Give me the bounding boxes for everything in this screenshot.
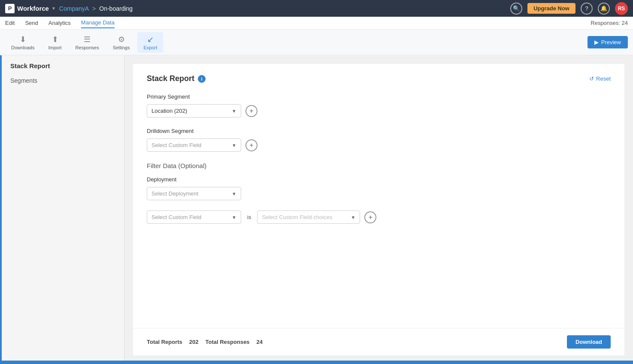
footer-bar: Total Reports 202 Total Responses 24 Dow… bbox=[133, 328, 624, 355]
nav-link-send[interactable]: Send bbox=[25, 18, 38, 28]
drilldown-segment-select[interactable]: Select Custom Field ▼ bbox=[147, 138, 241, 152]
deployment-row: Select Deployment ▼ bbox=[147, 187, 611, 200]
nav-link-manage-data[interactable]: Manage Data bbox=[81, 18, 115, 28]
top-bar-right: 🔍 Upgrade Now ? 🔔 RS bbox=[510, 2, 628, 15]
primary-segment-value: Location (202) bbox=[151, 108, 187, 114]
help-icon[interactable]: ? bbox=[581, 3, 593, 15]
total-responses-value: 24 bbox=[257, 339, 263, 345]
avatar[interactable]: RS bbox=[615, 2, 628, 15]
secondary-nav: Edit Send Analytics Manage Data Response… bbox=[0, 17, 633, 30]
preview-button[interactable]: ▶ Preview bbox=[588, 36, 628, 48]
info-icon[interactable]: i bbox=[198, 75, 206, 83]
export-icon: ↙ bbox=[147, 35, 154, 44]
deployment-placeholder: Select Deployment bbox=[151, 190, 198, 197]
download-button[interactable]: Download bbox=[567, 335, 611, 349]
import-icon: ⬆ bbox=[52, 35, 58, 44]
primary-segment-arrow: ▼ bbox=[232, 108, 236, 114]
custom-field-select[interactable]: Select Custom Field ▼ bbox=[147, 211, 241, 224]
preview-label: Preview bbox=[601, 39, 621, 45]
filter-section: Filter Data (Optional) Deployment Select… bbox=[147, 162, 611, 224]
notifications-icon[interactable]: 🔔 bbox=[598, 3, 610, 15]
responses-count: Responses: 24 bbox=[591, 20, 628, 26]
report-header: Stack Report i ↺ Reset bbox=[147, 74, 611, 83]
downloads-icon: ⬇ bbox=[20, 35, 26, 44]
breadcrumb: CompanyA > On-boarding bbox=[59, 5, 133, 12]
upgrade-button[interactable]: Upgrade Now bbox=[527, 3, 575, 14]
deployment-section: Deployment Select Deployment ▼ bbox=[147, 176, 611, 200]
deployment-select[interactable]: Select Deployment ▼ bbox=[147, 187, 241, 200]
secondary-nav-links: Edit Send Analytics Manage Data bbox=[5, 18, 115, 28]
preview-icon: ▶ bbox=[594, 39, 599, 45]
app-logo[interactable]: P Workforce ▼ bbox=[5, 4, 56, 13]
reset-icon: ↺ bbox=[589, 75, 594, 82]
toolbar: ⬇ Downloads ⬆ Import ☰ Responses ⚙ Setti… bbox=[0, 30, 633, 55]
toolbar-items: ⬇ Downloads ⬆ Import ☰ Responses ⚙ Setti… bbox=[5, 32, 163, 53]
settings-icon: ⚙ bbox=[118, 35, 125, 44]
total-responses-label: Total Responses bbox=[206, 339, 250, 345]
bottom-bar bbox=[0, 361, 633, 364]
report-title-text: Stack Report bbox=[147, 74, 194, 83]
drilldown-segment-placeholder: Select Custom Field bbox=[151, 142, 201, 148]
footer-stats: Total Reports 202 Total Responses 24 bbox=[147, 339, 263, 345]
top-bar-left: P Workforce ▼ CompanyA > On-boarding bbox=[5, 4, 133, 13]
primary-segment-label: Primary Segment bbox=[147, 93, 611, 100]
toolbar-settings-label: Settings bbox=[113, 45, 130, 50]
breadcrumb-separator: > bbox=[92, 5, 96, 12]
sidebar-item-segments[interactable]: Segments bbox=[0, 74, 124, 87]
top-bar: P Workforce ▼ CompanyA > On-boarding 🔍 U… bbox=[0, 0, 633, 17]
breadcrumb-page: On-boarding bbox=[99, 5, 133, 12]
reset-button[interactable]: ↺ Reset bbox=[589, 75, 611, 82]
primary-segment-add[interactable]: + bbox=[245, 105, 257, 117]
nav-link-edit[interactable]: Edit bbox=[5, 18, 15, 28]
toolbar-responses-label: Responses bbox=[76, 45, 99, 50]
nav-link-analytics[interactable]: Analytics bbox=[48, 18, 71, 28]
toolbar-responses[interactable]: ☰ Responses bbox=[70, 32, 105, 53]
primary-segment-section: Primary Segment Location (202) ▼ + bbox=[147, 93, 611, 117]
deployment-arrow: ▼ bbox=[232, 191, 236, 196]
app-name: Workforce bbox=[17, 5, 49, 12]
total-reports-value: 202 bbox=[189, 339, 199, 345]
drilldown-segment-arrow: ▼ bbox=[232, 143, 236, 148]
custom-field-choices-arrow: ▼ bbox=[351, 215, 356, 220]
search-icon[interactable]: 🔍 bbox=[510, 3, 522, 15]
toolbar-export-label: Export bbox=[143, 45, 157, 50]
main-layout: Stack Report Segments Stack Report i ↺ R… bbox=[0, 55, 633, 364]
responses-icon: ☰ bbox=[84, 35, 91, 44]
is-label: is bbox=[245, 214, 253, 220]
toolbar-import[interactable]: ⬆ Import bbox=[42, 32, 67, 53]
report-title-container: Stack Report i bbox=[147, 74, 206, 83]
drilldown-segment-row: Select Custom Field ▼ + bbox=[147, 138, 611, 152]
drilldown-segment-section: Drilldown Segment Select Custom Field ▼ … bbox=[147, 128, 611, 152]
custom-field-choices-select[interactable]: Select Custom Field choices ▼ bbox=[257, 211, 360, 224]
sidebar: Stack Report Segments bbox=[0, 55, 124, 364]
reset-label: Reset bbox=[596, 75, 611, 82]
sidebar-accent bbox=[0, 55, 2, 364]
toolbar-settings[interactable]: ⚙ Settings bbox=[107, 32, 136, 53]
breadcrumb-company[interactable]: CompanyA bbox=[59, 5, 89, 12]
app-dropdown-arrow[interactable]: ▼ bbox=[51, 6, 56, 11]
drilldown-segment-label: Drilldown Segment bbox=[147, 128, 611, 134]
custom-field-placeholder: Select Custom Field bbox=[151, 214, 201, 220]
toolbar-downloads-label: Downloads bbox=[11, 45, 34, 50]
toolbar-downloads[interactable]: ⬇ Downloads bbox=[5, 32, 40, 53]
toolbar-import-label: Import bbox=[48, 45, 61, 50]
deployment-label: Deployment bbox=[147, 176, 611, 183]
drilldown-segment-add[interactable]: + bbox=[245, 139, 257, 151]
total-reports-label: Total Reports bbox=[147, 339, 182, 345]
main-content: Stack Report i ↺ Reset Primary Segment L… bbox=[133, 64, 624, 355]
custom-field-arrow: ▼ bbox=[232, 215, 236, 220]
filter-section-title: Filter Data (Optional) bbox=[147, 162, 611, 169]
sidebar-header: Stack Report bbox=[0, 55, 124, 74]
primary-segment-row: Location (202) ▼ + bbox=[147, 104, 611, 117]
logo-icon: P bbox=[5, 4, 15, 13]
custom-field-add[interactable]: + bbox=[364, 211, 376, 223]
primary-segment-select[interactable]: Location (202) ▼ bbox=[147, 104, 241, 117]
toolbar-export[interactable]: ↙ Export bbox=[137, 32, 163, 53]
custom-field-filter-row: Select Custom Field ▼ is Select Custom F… bbox=[147, 211, 611, 224]
custom-field-choices-placeholder: Select Custom Field choices bbox=[262, 214, 332, 220]
